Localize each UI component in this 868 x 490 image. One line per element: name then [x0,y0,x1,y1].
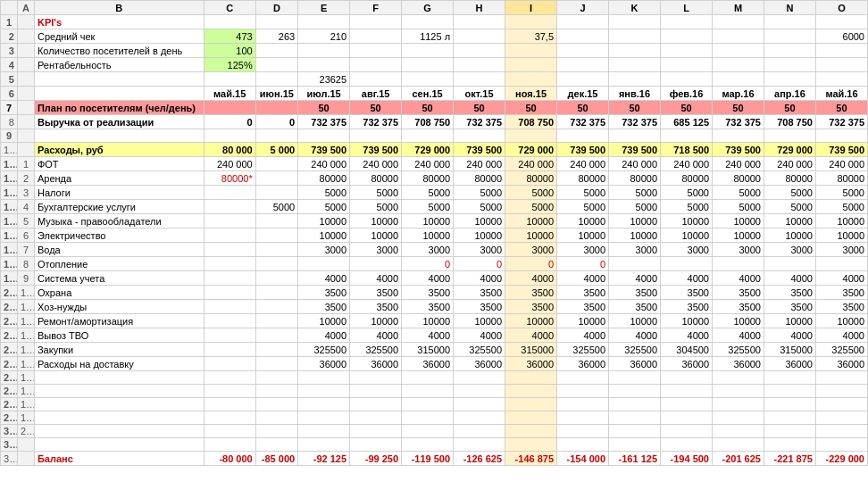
cell-label[interactable]: План по посетителям (чел/день) [34,101,204,115]
cell-a[interactable]: 4 [17,200,34,214]
cell-label[interactable] [34,385,204,398]
cell-a[interactable]: 7 [17,243,34,257]
cell-j[interactable] [557,385,609,398]
cell-i[interactable] [505,44,557,58]
cell-e[interactable]: 3500 [298,300,350,314]
cell-l[interactable]: 4000 [661,271,713,286]
cell-k[interactable]: 325500 [609,343,661,357]
cell-c[interactable]: май.15 [204,87,255,101]
cell-c[interactable] [204,300,255,314]
cell-n[interactable] [764,438,815,452]
cell-k[interactable]: 5000 [609,200,661,214]
cell-m[interactable] [713,398,764,411]
cell-d[interactable] [255,314,297,328]
cell-i[interactable]: 5000 [505,200,557,214]
cell-c[interactable] [204,214,255,228]
cell-f[interactable]: 10000 [350,228,402,243]
cell-j[interactable]: 3500 [557,300,609,314]
cell-e[interactable] [298,129,350,143]
cell-a[interactable]: 5 [17,214,34,228]
cell-h[interactable] [454,58,505,72]
cell-label[interactable]: Бухгалтерские услуги [34,200,204,214]
cell-d[interactable] [255,343,297,357]
cell-n[interactable]: 729 000 [764,143,815,157]
cell-i[interactable]: -146 875 [505,452,557,466]
cell-k[interactable] [609,129,661,143]
cell-l[interactable] [661,425,713,438]
cell-o[interactable] [815,438,867,452]
header-k[interactable]: K [609,1,661,15]
cell-d[interactable] [255,271,297,286]
cell-f[interactable]: 5000 [350,200,402,214]
cell-label[interactable]: Музыка - правообладатели [34,214,204,228]
cell-e[interactable] [298,15,350,29]
cell-l[interactable]: 5000 [661,200,713,214]
cell-c[interactable]: 0 [204,115,255,129]
cell-m[interactable]: 3500 [713,300,764,314]
cell-i[interactable]: 708 750 [505,115,557,129]
cell-n[interactable] [764,398,815,411]
cell-h[interactable] [454,15,505,29]
cell-a[interactable]: 16 [17,371,34,385]
cell-n[interactable] [764,58,815,72]
cell-i[interactable] [505,398,557,411]
cell-l[interactable] [661,29,713,44]
cell-a[interactable] [17,438,34,452]
cell-m[interactable]: 739 500 [713,143,764,157]
cell-i[interactable] [505,411,557,425]
cell-f[interactable]: 50 [350,101,402,115]
cell-label[interactable]: Электричество [34,228,204,243]
cell-n[interactable] [764,72,815,87]
cell-a[interactable]: 2 [17,171,34,186]
cell-label[interactable]: Расходы на доставку [34,357,204,371]
cell-g[interactable]: -119 500 [402,452,454,466]
cell-e[interactable]: 10000 [298,314,350,328]
cell-f[interactable]: 3500 [350,286,402,300]
cell-l[interactable]: 50 [661,101,713,115]
cell-d[interactable] [255,398,297,411]
cell-e[interactable] [298,371,350,385]
cell-a[interactable]: 6 [17,228,34,243]
cell-j[interactable]: 10000 [557,228,609,243]
cell-i[interactable] [505,72,557,87]
cell-h[interactable]: 5000 [454,186,505,200]
cell-c[interactable] [204,385,255,398]
cell-h[interactable]: 3500 [454,300,505,314]
cell-g[interactable]: 36000 [402,357,454,371]
cell-h[interactable]: 3500 [454,286,505,300]
cell-l[interactable] [661,411,713,425]
cell-label[interactable]: Отопление [34,257,204,271]
cell-k[interactable] [609,257,661,271]
cell-l[interactable]: 685 125 [661,115,713,129]
cell-n[interactable]: 10000 [764,214,815,228]
cell-d[interactable] [255,228,297,243]
cell-m[interactable] [713,129,764,143]
cell-i[interactable]: 10000 [505,214,557,228]
header-g[interactable]: G [402,1,454,15]
table-row[interactable]: 1KPI's [1,15,868,29]
cell-f[interactable]: 739 500 [350,143,402,157]
cell-label[interactable] [34,371,204,385]
cell-k[interactable]: 10000 [609,228,661,243]
cell-j[interactable] [557,15,609,29]
cell-m[interactable]: 732 375 [713,115,764,129]
cell-n[interactable] [764,257,815,271]
cell-e[interactable]: 739 500 [298,143,350,157]
table-row[interactable]: 2313Вывоз ТВО400040004000400040004000400… [1,328,868,343]
cell-i[interactable] [505,385,557,398]
cell-label[interactable] [34,411,204,425]
cell-j[interactable]: 4000 [557,271,609,286]
cell-d[interactable] [255,101,297,115]
cell-c[interactable] [204,438,255,452]
header-l[interactable]: L [661,1,713,15]
cell-m[interactable]: 5000 [713,200,764,214]
cell-l[interactable] [661,385,713,398]
cell-j[interactable]: 739 500 [557,143,609,157]
cell-g[interactable] [402,411,454,425]
cell-j[interactable]: 80000 [557,171,609,186]
cell-j[interactable] [557,411,609,425]
cell-f[interactable]: 5000 [350,186,402,200]
cell-m[interactable] [713,15,764,29]
cell-g[interactable]: 10000 [402,214,454,228]
cell-k[interactable] [609,58,661,72]
